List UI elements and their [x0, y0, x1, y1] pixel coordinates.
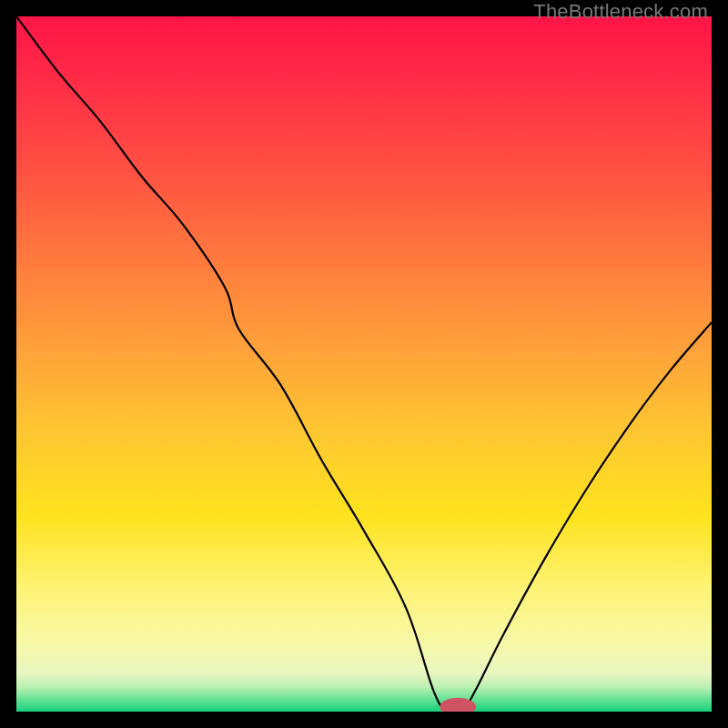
chart-background — [16, 16, 712, 712]
chart-plot-area — [16, 16, 712, 712]
chart-frame: TheBottleneck.com — [0, 0, 728, 728]
chart-svg — [16, 16, 712, 712]
